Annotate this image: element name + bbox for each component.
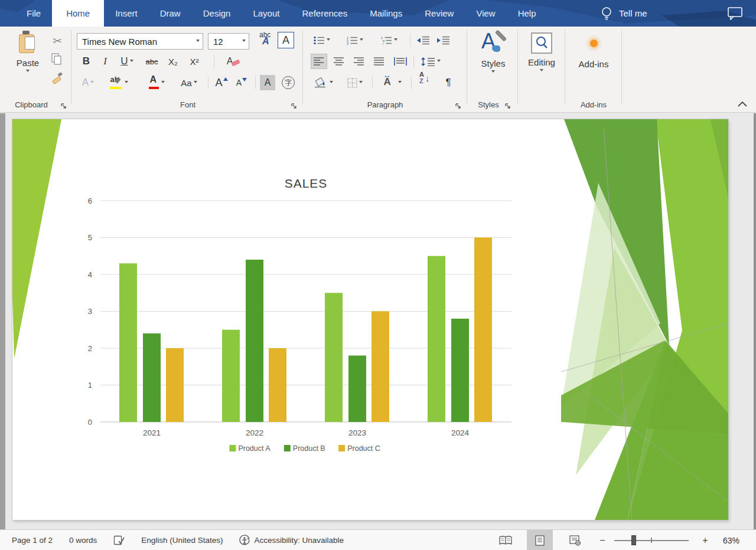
borders-dropdown-arrow[interactable] xyxy=(359,81,363,85)
document-workspace[interactable]: 01234562021202220232024SALESProduct APro… xyxy=(0,113,756,529)
distribute-text-button[interactable] xyxy=(391,54,410,69)
zoom-out-button[interactable]: − xyxy=(597,530,608,550)
text-effects-button[interactable]: A xyxy=(78,75,98,90)
print-layout-button[interactable] xyxy=(527,530,553,550)
format-painter-icon[interactable] xyxy=(51,71,64,84)
align-center-icon xyxy=(334,57,344,66)
tab-layout[interactable]: Layout xyxy=(242,0,291,27)
multilevel-list-button[interactable]: 1ai xyxy=(378,32,400,48)
bullets-dropdown-arrow[interactable] xyxy=(327,38,330,42)
window-right-edge xyxy=(754,113,756,529)
character-scaling-button[interactable]: ↔ A xyxy=(377,75,406,90)
font-name-dropdown-arrow[interactable] xyxy=(196,40,200,44)
highlight-color-button[interactable]: ab xyxy=(105,75,132,90)
clear-formatting-button[interactable]: A xyxy=(220,54,240,69)
tab-draw[interactable]: Draw xyxy=(149,0,192,27)
bold-label: B xyxy=(83,55,90,67)
subscript-button[interactable]: X₂ xyxy=(164,54,182,69)
copy-icon[interactable] xyxy=(51,53,63,66)
page-indicator[interactable]: Page 1 of 2 xyxy=(12,536,53,545)
language-status[interactable]: English (United States) xyxy=(141,536,223,545)
editing-dropdown-arrow xyxy=(540,69,543,73)
word-count[interactable]: 0 words xyxy=(69,536,97,545)
paste-button[interactable]: Paste xyxy=(9,32,46,74)
highlight-dropdown-arrow[interactable] xyxy=(125,81,128,85)
cut-icon[interactable]: ✂ xyxy=(50,34,65,48)
zoom-slider-thumb[interactable] xyxy=(631,535,636,545)
zoom-level[interactable]: 63% xyxy=(723,530,739,550)
svg-text:6: 6 xyxy=(88,197,92,205)
numbering-button[interactable]: 123 xyxy=(344,32,366,48)
character-shading-button[interactable]: A xyxy=(260,75,275,90)
bullets-button[interactable] xyxy=(311,32,333,48)
align-left-button[interactable] xyxy=(311,54,327,69)
change-case-button[interactable]: Aa xyxy=(176,75,202,90)
character-border-button[interactable]: A xyxy=(278,32,294,48)
comments-icon[interactable] xyxy=(728,7,743,20)
italic-button[interactable]: I xyxy=(98,54,112,69)
tab-design[interactable]: Design xyxy=(192,0,242,27)
tab-help[interactable]: Help xyxy=(507,0,548,27)
shading-dropdown-arrow[interactable] xyxy=(330,81,333,85)
font-name-combobox[interactable] xyxy=(77,33,203,50)
line-spacing-button[interactable] xyxy=(418,54,443,69)
font-size-dropdown-arrow[interactable] xyxy=(242,40,246,44)
increase-indent-button[interactable] xyxy=(435,32,452,48)
addins-button[interactable]: Add-ins xyxy=(573,35,614,69)
svg-text:2024: 2024 xyxy=(451,428,470,437)
paragraph-dialog-launcher[interactable] xyxy=(455,103,461,109)
tab-review[interactable]: Review xyxy=(413,0,465,27)
editing-button[interactable]: Editing xyxy=(522,32,561,73)
sort-button[interactable]: A Z ↓ xyxy=(416,75,436,90)
zoom-in-button[interactable]: + xyxy=(699,530,711,550)
font-color-button[interactable]: A xyxy=(144,75,169,90)
show-hide-marks-button[interactable]: ¶ xyxy=(441,75,456,90)
tab-view[interactable]: View xyxy=(465,0,506,27)
proofing-status[interactable] xyxy=(113,535,125,545)
tab-references[interactable]: References xyxy=(291,0,359,27)
bold-button[interactable]: B xyxy=(79,54,93,69)
font-color-dropdown-arrow[interactable] xyxy=(161,81,165,85)
addins-icon xyxy=(590,40,598,47)
superscript-button[interactable]: X² xyxy=(185,54,203,69)
shading-button[interactable] xyxy=(311,75,335,90)
web-layout-button[interactable] xyxy=(562,530,588,550)
multilevel-dropdown-arrow[interactable] xyxy=(394,38,397,42)
strikethrough-button[interactable]: abc xyxy=(143,54,161,69)
styles-button[interactable]: A Styles xyxy=(472,31,514,74)
justify-button[interactable] xyxy=(371,54,387,69)
clipboard-dialog-launcher[interactable] xyxy=(60,103,67,109)
underline-button[interactable]: U xyxy=(116,54,138,69)
accessibility-status[interactable]: Accessibility: Unavailable xyxy=(239,535,344,546)
grow-font-button[interactable]: A xyxy=(213,75,230,90)
font-size-combobox[interactable] xyxy=(208,33,249,50)
read-mode-button[interactable] xyxy=(493,530,519,550)
change-case-dropdown-arrow[interactable] xyxy=(194,81,197,85)
font-name-input[interactable] xyxy=(77,37,194,47)
font-dialog-launcher[interactable] xyxy=(291,103,297,109)
tab-mailings[interactable]: Mailings xyxy=(359,0,413,27)
char-scale-dropdown-arrow[interactable] xyxy=(398,81,402,85)
tab-insert[interactable]: Insert xyxy=(104,0,149,27)
styles-dialog-launcher[interactable] xyxy=(504,103,511,109)
sales-bar-chart[interactable]: 01234562021202220232024SALESProduct APro… xyxy=(12,166,526,473)
borders-button[interactable] xyxy=(343,75,367,90)
numbering-dropdown-arrow[interactable] xyxy=(360,38,363,42)
tell-me[interactable]: Tell me xyxy=(601,0,647,27)
underline-dropdown-arrow[interactable] xyxy=(130,60,133,64)
document-page[interactable]: 01234562021202220232024SALESProduct APro… xyxy=(12,119,728,520)
phonetic-guide-button[interactable]: abc A xyxy=(256,31,274,49)
tab-file[interactable]: File xyxy=(15,0,52,27)
tab-home[interactable]: Home xyxy=(52,0,104,27)
line-spacing-dropdown-arrow[interactable] xyxy=(437,60,441,64)
collapse-ribbon-chevron[interactable] xyxy=(737,101,748,107)
decrease-indent-icon xyxy=(417,36,430,45)
align-center-button[interactable] xyxy=(331,54,347,69)
group-separator xyxy=(302,30,303,104)
sort-down-arrow: ↓ xyxy=(425,73,430,83)
shrink-font-button[interactable]: A xyxy=(233,75,250,90)
font-size-input[interactable] xyxy=(208,37,240,47)
align-right-button[interactable] xyxy=(351,54,367,69)
enclose-characters-button[interactable]: 字 xyxy=(280,75,296,90)
decrease-indent-button[interactable] xyxy=(415,32,432,48)
